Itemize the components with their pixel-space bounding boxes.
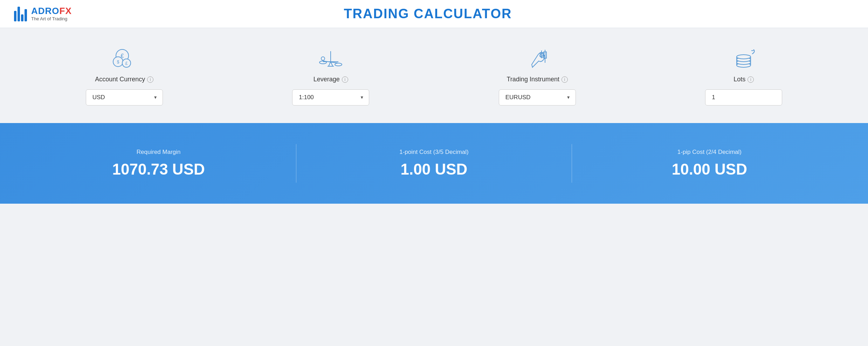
logo-bars-icon [14,7,27,21]
svg-point-27 [737,55,751,59]
logo-fx: FX [60,6,72,16]
result-required-margin: Required Margin 1070.73 USD [21,149,296,178]
account-currency-info[interactable]: i [147,76,153,83]
logo-area: ADROFX The Art of Trading [14,6,72,21]
result-point-cost: 1-point Cost (3/5 Decimal) 1.00 USD [296,149,571,178]
field-group-lots: Lots i [641,46,847,106]
leverage-select-wrapper[interactable]: 1:100 ▼ 1:100 1:50 1:200 1:500 [292,89,369,106]
required-margin-value: 1070.73 USD [112,161,205,178]
lots-label: Lots i [733,76,754,83]
field-group-account-currency: € $ £ Account Currency i USD ▼ [21,46,228,106]
page-title: TRADING CALCULATOR [72,6,784,21]
trading-instrument-label: Trading Instrument i [507,76,568,83]
field-group-trading-instrument: Trading Instrument i EURUSD ▼ EURUSD GBP… [434,46,641,106]
bar4 [25,9,27,21]
trading-instrument-info[interactable]: i [562,76,568,83]
instrument-icon [523,46,551,70]
point-cost-label: 1-point Cost (3/5 Decimal) [399,149,468,156]
result-pip-cost: 1-pip Cost (2/4 Decimal) 10.00 USD [572,149,847,178]
leverage-icon [317,46,345,70]
pip-cost-label: 1-pip Cost (2/4 Decimal) [677,149,742,156]
svg-text:$: $ [117,60,119,65]
calculator-panel: € $ £ Account Currency i USD ▼ [0,28,868,123]
leverage-info[interactable]: i [342,76,348,83]
required-margin-label: Required Margin [137,149,181,156]
logo-tagline: The Art of Trading [31,16,72,21]
bar1 [14,11,16,21]
lots-icon [730,46,758,70]
svg-point-9 [335,63,342,66]
trading-instrument-select-wrapper[interactable]: EURUSD ▼ EURUSD GBPUSD USDJPY XAUUSD [499,89,576,106]
lots-info[interactable]: i [748,76,754,83]
results-panel: Required Margin 1070.73 USD 1-point Cost… [0,123,868,204]
fields-row: € $ £ Account Currency i USD ▼ [21,46,847,106]
lots-input[interactable] [705,89,782,106]
field-group-leverage: Leverage i 1:100 ▼ 1:100 1:50 1:200 1:50… [228,46,434,106]
svg-point-10 [321,57,325,60]
logo-adro: ADRO [31,6,60,16]
pip-cost-value: 10.00 USD [672,161,747,178]
account-currency-control: USD ▼ USD EUR GBP JPY [86,89,163,106]
account-currency-label: Account Currency i [95,76,153,83]
logo-text-area: ADROFX The Art of Trading [31,6,72,21]
trading-instrument-control: EURUSD ▼ EURUSD GBPUSD USDJPY XAUUSD [499,89,576,106]
account-currency-select-wrapper[interactable]: USD ▼ USD EUR GBP JPY [86,89,163,106]
lots-control [705,89,782,106]
point-cost-value: 1.00 USD [401,161,468,178]
bar2 [18,7,20,21]
header: ADROFX The Art of Trading TRADING CALCUL… [0,0,868,28]
svg-text:£: £ [125,61,128,66]
leverage-label: Leverage i [314,76,348,83]
currency-icon: € $ £ [110,46,138,70]
logo-text: ADROFX [31,6,72,15]
leverage-control: 1:100 ▼ 1:100 1:50 1:200 1:500 [292,89,369,106]
bar3 [21,14,23,21]
